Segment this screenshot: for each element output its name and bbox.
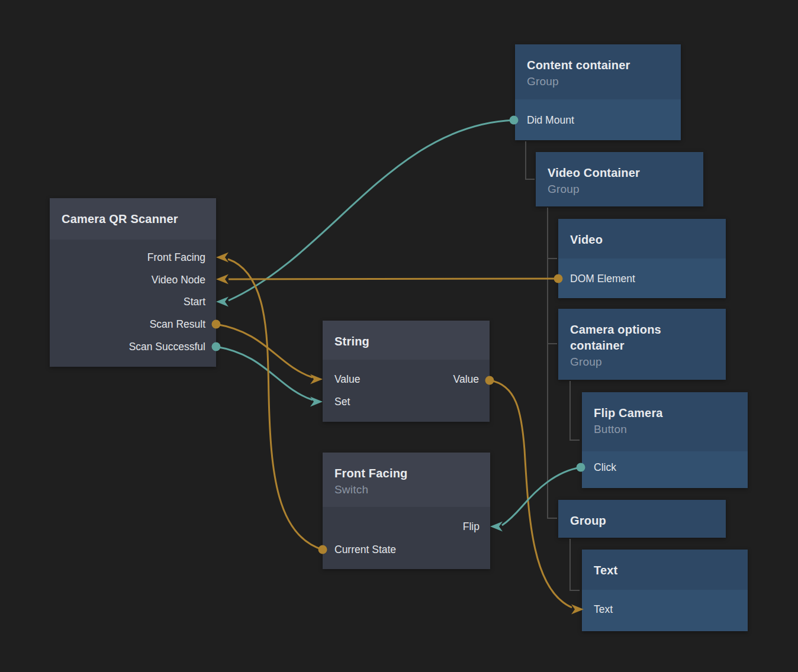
port-label: Front Facing [147,251,205,264]
node-header: Group [558,500,726,538]
port-label: Value [453,373,479,386]
node-title: Group [570,513,697,529]
arrowhead-video-node [216,274,229,285]
port-label: Text [594,603,613,616]
node-group[interactable]: Group [558,500,726,538]
node-camera-qr-scanner[interactable]: Camera QR ScannerFront FacingVideo NodeS… [50,198,216,367]
node-front-facing-switch[interactable]: Front FacingSwitchFlipCurrent State [323,453,490,569]
arrowhead-start [216,297,229,307]
port-label: Flip [463,521,480,533]
wire-scanresult-to-value[interactable] [216,324,313,377]
node-subtitle: Button [594,421,736,437]
node-video-container[interactable]: Video ContainerGroup [536,152,703,206]
port-label: Did Mount [527,114,574,127]
node-subtitle: Switch [334,482,478,497]
node-title: Video [570,232,697,248]
arrowhead-front-facing [216,253,229,263]
port-label: Set [334,396,350,408]
node-subtitle: Group [527,73,669,89]
port-front-facing[interactable]: Front Facing [147,250,205,265]
node-editor-canvas[interactable]: Camera QR ScannerFront FacingVideo NodeS… [0,0,798,672]
wire-currentstate-to-frontfacing[interactable] [228,259,323,550]
node-video[interactable]: VideoDOM Element [558,219,726,298]
port-label: Click [594,461,616,474]
port-string-set[interactable]: Set [334,394,350,409]
port-label: Scan Result [150,318,205,331]
node-header: Video [558,219,726,259]
node-text[interactable]: TextText [582,550,748,631]
node-title: Video Container [548,165,675,181]
node-header: Text [582,550,748,590]
wire-scansuccessful-to-set[interactable] [216,347,313,400]
port-label: Scan Successful [129,341,205,353]
node-title: Content container [527,57,654,73]
hierarchy-line-4 [570,381,580,440]
node-subtitle: Group [548,181,691,197]
node-header: Video ContainerGroup [536,152,703,206]
node-header: Front FacingSwitch [323,453,490,507]
node-title: String [334,334,462,350]
port-dom-element[interactable]: DOM Element [570,271,635,286]
arrowhead-string-value-in [310,374,323,385]
port-video-node[interactable]: Video Node [152,272,205,287]
port-scan-successful[interactable]: Scan Successful [129,339,205,354]
node-title: Flip Camera [594,405,721,421]
arrowhead-flip [490,522,503,532]
node-header: String [323,321,490,360]
port-flip[interactable]: Flip [463,519,480,534]
port-label: Start [184,296,205,308]
wire-value-to-text[interactable] [490,380,572,608]
node-string[interactable]: StringValueSetValue [323,321,490,422]
hierarchy-line-1 [548,208,557,518]
port-label: Video Node [152,274,205,286]
port-string-value-out[interactable]: Value [453,371,479,387]
node-subtitle: Group [570,354,714,370]
port-start[interactable]: Start [184,294,205,309]
wire-domelement-to-videonode[interactable] [229,279,558,279]
node-header: Camera QR Scanner [50,198,216,240]
node-flip-camera[interactable]: Flip CameraButtonClick [582,392,748,488]
node-header: Content containerGroup [515,44,681,99]
port-label: Value [334,373,360,386]
node-content-container[interactable]: Content containerGroupDid Mount [515,44,681,140]
port-label: DOM Element [570,273,635,285]
node-camera-options-container[interactable]: Camera options containerGroup [558,309,726,380]
port-click[interactable]: Click [594,460,616,475]
port-did-mount[interactable]: Did Mount [527,112,574,128]
wire-didmount-to-start[interactable] [229,120,514,301]
hierarchy-line-0 [526,141,535,179]
port-text-in[interactable]: Text [594,602,613,617]
port-current-state[interactable]: Current State [334,542,396,557]
port-scan-result[interactable]: Scan Result [150,316,205,332]
port-string-value-in[interactable]: Value [334,371,360,387]
hierarchy-line-5 [570,539,580,590]
port-label: Current State [334,544,396,556]
node-header: Flip CameraButton [582,392,748,451]
node-title: Front Facing [334,466,462,482]
node-header: Camera options containerGroup [558,309,726,380]
node-title: Camera QR Scanner [62,211,189,227]
node-title: Text [594,563,721,579]
arrowhead-string-set [310,397,323,407]
node-title: Camera options container [570,322,697,354]
